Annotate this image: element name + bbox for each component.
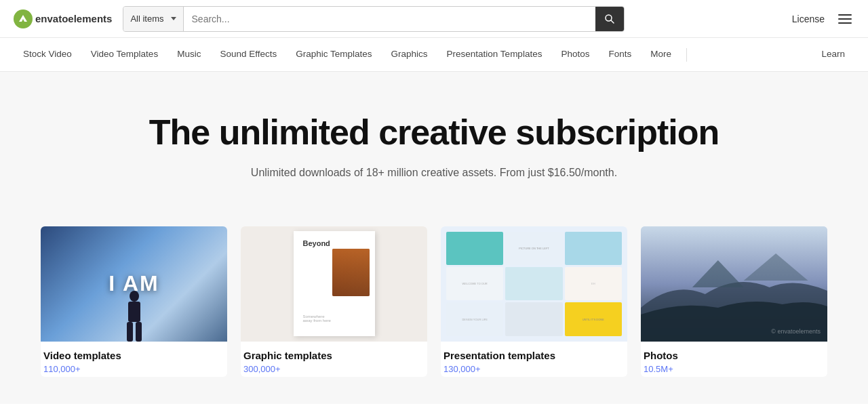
nav-item-presentation-templates[interactable]: Presentation Templates [437, 38, 552, 71]
card-title-video: Video templates [43, 350, 224, 361]
nav-item-music[interactable]: Music [167, 38, 210, 71]
svg-rect-5 [127, 322, 133, 342]
hamburger-line-3 [838, 22, 852, 24]
header: envatoelements All items License [0, 0, 868, 38]
svg-line-2 [611, 20, 614, 23]
nav-item-video-templates[interactable]: Video Templates [81, 38, 167, 71]
card-title-presentation: Presentation templates [443, 350, 625, 361]
cards-grid: I AM Video templates 110,000+ Beyond [41, 226, 827, 377]
search-icon [604, 14, 615, 24]
card-info-photos: Photos 10.5M+ [641, 342, 827, 377]
search-button[interactable] [595, 7, 624, 31]
svg-rect-6 [136, 322, 142, 342]
card-image-presentation: PICTURE ON THE LEFT WELCOME TO OUR EH DE… [441, 226, 627, 342]
nav-item-graphics[interactable]: Graphics [382, 38, 437, 71]
card-photos[interactable]: © envatoelements Photos 10.5M+ [641, 226, 827, 377]
card-count-video: 110,000+ [43, 364, 224, 374]
card-count-presentation: 130,000+ [443, 364, 625, 374]
nav-item-fonts[interactable]: Fonts [599, 38, 641, 71]
logo[interactable]: envatoelements [14, 9, 112, 28]
pres-cell-6: EH [565, 267, 622, 300]
header-right: License [792, 12, 854, 26]
hamburger-menu-button[interactable] [835, 12, 854, 26]
pres-cell-9: UNTIL IT'S DONE [565, 302, 622, 335]
hero-section: The unlimited creative subscription Unli… [0, 72, 868, 206]
nav-item-learn[interactable]: Learn [812, 38, 854, 71]
logo-text: envatoelements [35, 13, 112, 24]
pres-cell-2: PICTURE ON THE LEFT [505, 232, 562, 265]
search-bar: All items [123, 6, 625, 32]
mountain-scene [641, 226, 827, 342]
card-video-templates[interactable]: I AM Video templates 110,000+ [41, 226, 227, 377]
svg-point-3 [130, 291, 139, 302]
card-image-photos: © envatoelements [641, 226, 827, 342]
card-info-presentation: Presentation templates 130,000+ [441, 342, 627, 377]
card-image-video: I AM [41, 226, 227, 342]
hamburger-line-1 [838, 14, 852, 16]
graphic-sub-text: Somewhereaway from here [303, 314, 331, 323]
graphic-inner-mock: Beyond Somewhereaway from here [294, 231, 375, 336]
svg-rect-4 [128, 302, 140, 322]
nav-item-stock-video[interactable]: Stock Video [14, 38, 81, 71]
license-button[interactable]: License [792, 14, 825, 24]
search-dropdown[interactable]: All items [123, 7, 183, 31]
graphic-orange-cover [332, 249, 370, 296]
card-graphic-templates[interactable]: Beyond Somewhereaway from here Graphic t… [241, 226, 427, 377]
main-nav: Stock Video Video Templates Music Sound … [0, 38, 868, 72]
pres-cell-3 [565, 232, 622, 265]
card-info-graphic: Graphic templates 300,000+ [241, 342, 427, 377]
pres-cell-4: WELCOME TO OUR [446, 267, 503, 300]
search-dropdown-label: All items [130, 14, 163, 24]
watermark-text: © envatoelements [771, 328, 821, 335]
pres-cell-7: DESIGN YOUR LIFE [446, 302, 503, 335]
card-presentation-templates[interactable]: PICTURE ON THE LEFT WELCOME TO OUR EH DE… [441, 226, 627, 377]
hamburger-line-2 [838, 18, 852, 20]
card-count-graphic: 300,000+ [243, 364, 425, 374]
hero-subtitle: Unlimited downloads of 18+ million creat… [14, 167, 854, 179]
pres-cell-5 [505, 267, 562, 300]
person-silhouette [121, 291, 148, 342]
card-count-photos: 10.5M+ [644, 364, 825, 374]
nav-item-more[interactable]: More [641, 38, 681, 71]
pres-cell-8 [505, 302, 562, 335]
card-title-graphic: Graphic templates [243, 350, 425, 361]
graphic-beyond-text: Beyond [303, 239, 330, 247]
nav-item-sound-effects[interactable]: Sound Effects [210, 38, 286, 71]
hero-title: The unlimited creative subscription [14, 113, 854, 153]
envato-logo-icon [14, 9, 33, 28]
card-image-graphic: Beyond Somewhereaway from here [241, 226, 427, 342]
nav-item-photos[interactable]: Photos [551, 38, 599, 71]
chevron-down-icon [171, 17, 176, 20]
cards-section: I AM Video templates 110,000+ Beyond [0, 206, 868, 404]
card-info-video: Video templates 110,000+ [41, 342, 227, 377]
pres-cell-1 [446, 232, 503, 265]
card-title-photos: Photos [644, 350, 825, 361]
nav-divider [686, 48, 687, 62]
search-input[interactable] [184, 7, 596, 31]
nav-item-graphic-templates[interactable]: Graphic Templates [286, 38, 381, 71]
